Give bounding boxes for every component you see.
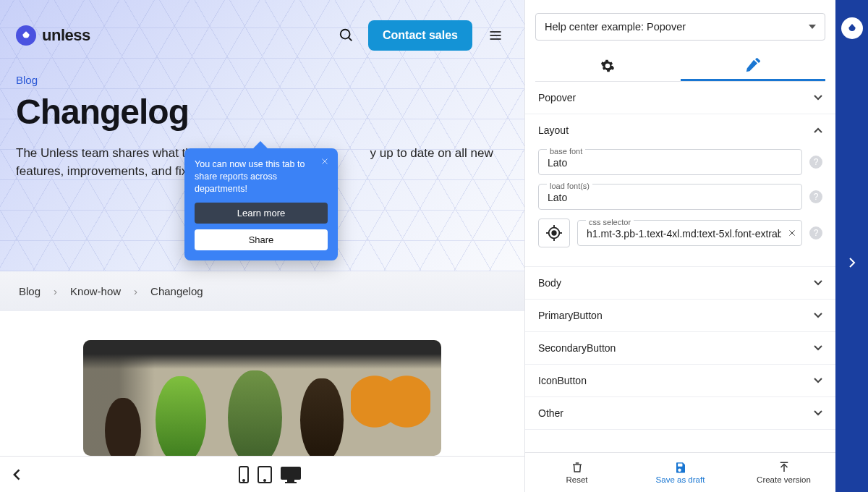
create-version-button[interactable]: Create version xyxy=(732,453,835,492)
popover-body: You can now use this tab to share report… xyxy=(195,158,328,195)
reset-button[interactable]: Reset xyxy=(525,453,629,492)
svg-rect-22 xyxy=(678,464,682,467)
section-toggle[interactable]: Body xyxy=(525,267,835,299)
breadcrumb-item: Changelog xyxy=(150,285,203,297)
breadcrumb-item[interactable]: Know-how xyxy=(70,285,121,297)
section-toggle[interactable]: IconButton xyxy=(525,365,835,396)
section-toggle[interactable]: SecondaryButton xyxy=(525,332,835,364)
chevron-down-icon xyxy=(814,410,822,416)
viewport-bar xyxy=(0,456,524,492)
chevron-up-icon xyxy=(814,127,822,133)
help-icon[interactable]: ? xyxy=(809,226,822,239)
article-image xyxy=(83,340,441,456)
right-rail xyxy=(835,0,868,492)
editor-sidebar: Help center example: Popover Popover Lay… xyxy=(524,0,835,492)
tablet-icon[interactable] xyxy=(257,465,273,484)
field-label: load font(s) xyxy=(547,182,592,190)
svg-point-10 xyxy=(264,480,265,481)
breadcrumb-item[interactable]: Blog xyxy=(19,285,41,297)
chevron-right-icon: › xyxy=(134,285,137,297)
tab-design[interactable] xyxy=(681,51,826,81)
search-button[interactable] xyxy=(333,22,359,48)
chevron-right-icon: › xyxy=(54,285,57,297)
logo-mark-icon xyxy=(16,25,36,46)
blog-label[interactable]: Blog xyxy=(16,74,509,86)
device-switcher xyxy=(25,465,514,484)
section-icon-button: IconButton xyxy=(525,365,835,397)
section-other: Other xyxy=(525,397,835,430)
section-toggle[interactable]: Layout xyxy=(525,114,835,146)
page-preview: unless Contact sales Blog Changelog The … xyxy=(0,0,524,456)
svg-point-0 xyxy=(341,30,350,39)
clear-icon[interactable] xyxy=(788,229,796,237)
logo-text: unless xyxy=(42,26,90,45)
section-secondary-button: SecondaryButton xyxy=(525,332,835,365)
tab-settings[interactable] xyxy=(535,51,681,81)
close-icon[interactable] xyxy=(318,154,332,169)
field-label: base font xyxy=(547,147,585,156)
page-title: Changelog xyxy=(16,92,509,132)
svg-rect-13 xyxy=(285,482,297,483)
section-toggle[interactable]: PrimaryButton xyxy=(525,300,835,331)
expand-rail-button[interactable] xyxy=(848,256,856,269)
chevron-down-icon xyxy=(814,280,822,286)
hero: unless Contact sales Blog Changelog The … xyxy=(0,0,524,271)
field-label: css selector xyxy=(586,218,634,226)
section-toggle[interactable]: Other xyxy=(525,397,835,429)
section-layout: Layout base font ? load font(s) ? xyxy=(525,114,835,267)
mobile-icon[interactable] xyxy=(238,465,250,484)
share-button[interactable]: Share xyxy=(195,229,328,250)
svg-point-8 xyxy=(243,480,244,481)
topbar: unless Contact sales xyxy=(0,0,524,58)
section-primary-button: PrimaryButton xyxy=(525,300,835,332)
select-value: Help center example: Popover xyxy=(545,21,686,33)
menu-button[interactable] xyxy=(482,22,509,48)
help-icon[interactable]: ? xyxy=(809,190,822,203)
content-area xyxy=(0,311,524,456)
sidebar-footer: Reset Save as draft Create version xyxy=(525,452,835,492)
chevron-down-icon xyxy=(814,345,822,351)
svg-rect-12 xyxy=(287,480,294,482)
section-toggle[interactable]: Popover xyxy=(525,82,835,114)
component-select[interactable]: Help center example: Popover xyxy=(535,13,825,41)
learn-more-button[interactable]: Learn more xyxy=(195,203,328,224)
contact-sales-button[interactable]: Contact sales xyxy=(368,20,472,51)
svg-point-15 xyxy=(552,231,556,235)
target-element-button[interactable] xyxy=(538,219,570,247)
section-body: Body xyxy=(525,267,835,300)
rail-logo-icon[interactable] xyxy=(841,17,863,39)
chevron-down-icon xyxy=(814,313,822,318)
back-button[interactable] xyxy=(10,467,25,482)
breadcrumb: Blog › Know-how › Changelog xyxy=(0,271,524,311)
section-popover: Popover xyxy=(525,82,835,114)
tabs xyxy=(535,51,825,82)
chevron-down-icon xyxy=(814,95,822,101)
popover: You can now use this tab to share report… xyxy=(184,148,338,260)
caret-down-icon xyxy=(809,25,816,29)
svg-rect-11 xyxy=(281,467,301,480)
panel-scroll[interactable]: Popover Layout base font ? l xyxy=(525,82,835,452)
svg-line-1 xyxy=(349,38,352,41)
desktop-icon[interactable] xyxy=(280,465,302,484)
chevron-down-icon xyxy=(814,378,822,383)
help-icon[interactable]: ? xyxy=(809,156,822,169)
logo[interactable]: unless xyxy=(16,25,90,46)
save-draft-button[interactable]: Save as draft xyxy=(629,453,732,492)
